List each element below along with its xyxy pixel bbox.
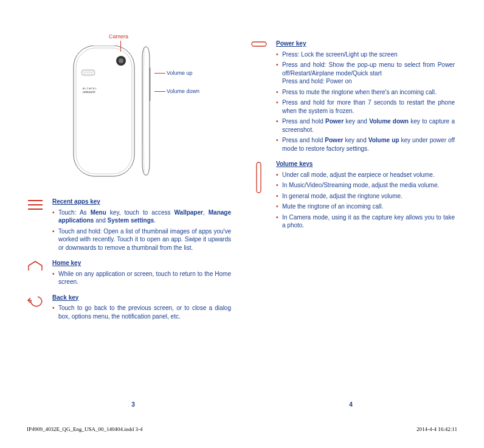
callout-line <box>154 91 165 92</box>
section: Home keyWhile on any application or scre… <box>24 259 231 289</box>
section-list: Under call mode, adjust the earpiece or … <box>276 171 455 230</box>
volume-key-icon <box>255 161 263 195</box>
list-item: Press and hold Power key and Volume down… <box>276 117 455 134</box>
page-number-right: 4 <box>349 401 353 408</box>
section-title: Power key <box>276 40 455 48</box>
recent-apps-icon <box>27 199 44 211</box>
section-icon <box>24 259 46 289</box>
list-item: While on any application or screen, touc… <box>52 270 231 286</box>
section-content: Power keyPress: Lock the screen/Light up… <box>276 40 455 155</box>
svg-rect-8 <box>142 47 150 175</box>
page-spread: Camera Volume up Volume down ALCAT <box>24 33 460 401</box>
callout-line <box>154 73 165 74</box>
phone-illustration: ALCATEL onetouch <box>71 46 156 185</box>
section-content: Recent apps keyTouch: As Menu key, touch… <box>52 198 231 254</box>
section-content: Home keyWhile on any application or scre… <box>52 259 231 289</box>
list-item: Mute the ringtone of an incoming call. <box>276 202 455 211</box>
right-page: Power keyPress: Lock the screen/Light up… <box>248 33 455 401</box>
svg-rect-0 <box>74 46 134 176</box>
section-list: Press: Lock the screen/Light up the scre… <box>276 50 455 153</box>
section-title: Back key <box>52 294 231 302</box>
svg-rect-14 <box>257 162 261 193</box>
section: Back keyTouch to go back to the previous… <box>24 294 231 323</box>
section-title: Home key <box>52 259 231 267</box>
list-item: Under call mode, adjust the earpiece or … <box>276 171 455 179</box>
section-list: Touch to go back to the previous screen,… <box>52 304 231 320</box>
list-item: Press and hold: Show the pop-up menu to … <box>276 61 455 86</box>
list-item: Touch and hold: Open a list of thumbnail… <box>52 227 231 252</box>
section-icon <box>248 40 270 155</box>
brand-sub-text: onetouch <box>83 90 95 94</box>
section: Power keyPress: Lock the screen/Light up… <box>248 40 455 155</box>
section-content: Back keyTouch to go back to the previous… <box>52 294 231 323</box>
home-icon <box>27 260 44 272</box>
list-item: Press and hold Power key and Volume up k… <box>276 136 455 153</box>
svg-rect-9 <box>150 67 151 101</box>
camera-label: Camera <box>109 33 128 40</box>
section-list: While on any application or screen, touc… <box>52 270 231 286</box>
list-item: In general mode, adjust the ringtone vol… <box>276 192 455 201</box>
list-item: Press: Lock the screen/Light up the scre… <box>276 50 455 59</box>
left-page: Camera Volume up Volume down ALCAT <box>24 33 231 401</box>
list-item: Press to mute the ringtone when there's … <box>276 88 455 97</box>
volume-up-label: Volume up <box>167 70 193 76</box>
section: Volume keysUnder call mode, adjust the e… <box>248 160 455 232</box>
section-title: Recent apps key <box>52 198 231 206</box>
section-icon <box>248 160 270 232</box>
section-list: Touch: As Menu key, touch to access Wall… <box>52 208 231 252</box>
section-title: Volume keys <box>276 160 455 168</box>
list-item: Press and hold for more than 7 seconds t… <box>276 98 455 115</box>
footer-right: 2014-4-4 16:42:11 <box>417 426 457 432</box>
section-content: Volume keysUnder call mode, adjust the e… <box>276 160 455 232</box>
list-item: In Music/Video/Streaming mode, adjust th… <box>276 181 455 190</box>
phone-diagram: Camera Volume up Volume down ALCAT <box>46 33 231 191</box>
footer-row: IP4909_4032E_QG_Eng_USA_00_140404.indd 3… <box>24 426 460 432</box>
volume-down-label: Volume down <box>167 88 199 94</box>
section-icon <box>24 198 46 254</box>
power-key-icon <box>251 41 268 49</box>
page-number-left: 3 <box>131 401 135 408</box>
svg-point-3 <box>119 58 123 63</box>
section: Recent apps keyTouch: As Menu key, touch… <box>24 198 231 254</box>
back-icon <box>27 295 44 307</box>
list-item: Touch: As Menu key, touch to access Wall… <box>52 208 231 225</box>
svg-rect-1 <box>76 48 132 174</box>
section-icon <box>24 294 46 323</box>
list-item: Touch to go back to the previous screen,… <box>52 304 231 320</box>
page-numbers: 3 4 <box>24 401 460 408</box>
footer-left: IP4909_4032E_QG_Eng_USA_00_140404.indd 3… <box>27 426 143 432</box>
svg-rect-13 <box>252 42 266 46</box>
list-item: In Camera mode, using it as the capture … <box>276 213 455 230</box>
